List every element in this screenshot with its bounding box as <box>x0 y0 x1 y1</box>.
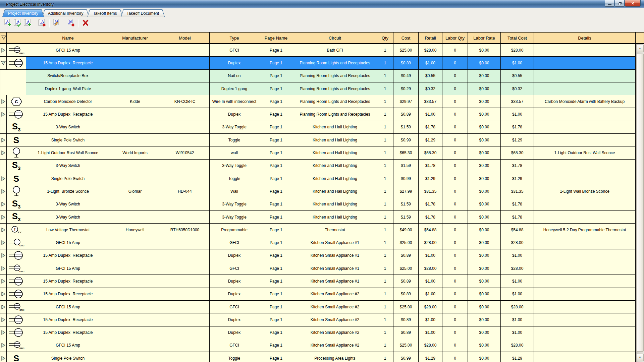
cell-circuit[interactable]: Thermostat <box>293 224 377 236</box>
cell-circuit[interactable]: Kitchen Small Appliance #2 <box>293 288 377 301</box>
cell-model[interactable] <box>160 82 210 95</box>
cell-page_name[interactable]: Page 1 <box>259 262 293 275</box>
cell-labor_qty[interactable]: 0 <box>442 313 468 326</box>
cell-labor_rate[interactable]: $0.00 <box>468 146 501 159</box>
cell-total_cost[interactable]: $1.78 <box>501 198 534 211</box>
cell-labor_qty[interactable]: 0 <box>442 95 468 108</box>
cell-model[interactable] <box>160 108 210 121</box>
add-items-button[interactable]: A <box>23 19 33 28</box>
close-button[interactable]: ✕ <box>625 0 641 7</box>
cell-details[interactable] <box>534 326 636 339</box>
cell-name[interactable]: Single Pole Switch <box>26 352 110 362</box>
cell-manufacturer[interactable] <box>110 211 160 224</box>
cell-type[interactable]: 3-Way Toggle <box>210 121 259 134</box>
cell-labor_rate[interactable]: $0.00 <box>468 121 501 134</box>
cell-cost[interactable]: $0.99 <box>393 134 419 146</box>
cell-cost[interactable]: $0.89 <box>393 326 419 339</box>
cell-circuit[interactable]: Planning Room Lights and Receptacles <box>293 82 377 95</box>
cell-circuit[interactable]: Kitchen Small Appliance #2 <box>293 326 377 339</box>
cell-circuit[interactable]: Kitchen and Hall Lighting <box>293 185 377 198</box>
table-row[interactable]: CCarbon Monoxide DetectorKiddeKN-COB-ICW… <box>0 95 636 108</box>
cell-manufacturer[interactable] <box>110 70 160 82</box>
cell-retail[interactable]: $1.29 <box>419 134 442 146</box>
cell-circuit[interactable]: Planning Room Lights and Receptacles <box>293 108 377 121</box>
cell-retail[interactable]: $1.29 <box>419 172 442 185</box>
cell-name[interactable]: GFCI 15 Amp <box>26 44 110 57</box>
lv-thermostat-icon[interactable]: T LV <box>7 224 26 236</box>
cell-labor_rate[interactable]: $0.00 <box>468 70 501 82</box>
cell-page_name[interactable]: Page 1 <box>259 249 293 262</box>
cell-page_name[interactable]: Page 1 <box>259 301 293 313</box>
cell-type[interactable]: 3-Way Toggle <box>210 198 259 211</box>
cell-retail[interactable]: $33.57 <box>419 95 442 108</box>
expand-row-arrow[interactable] <box>0 236 7 249</box>
cell-name[interactable]: Single Pole Switch <box>26 134 110 146</box>
cell-details[interactable] <box>534 134 636 146</box>
cell-total_cost[interactable]: $1.00 <box>501 57 534 69</box>
three-way-switch-icon[interactable]: S3 <box>7 121 26 134</box>
cell-details[interactable] <box>534 198 636 211</box>
cell-total_cost[interactable]: $28.00 <box>501 301 534 313</box>
co-detector-hex-icon[interactable]: C <box>7 95 26 108</box>
cell-labor_qty[interactable]: 0 <box>442 172 468 185</box>
cell-manufacturer[interactable] <box>110 236 160 249</box>
cell-total_cost[interactable]: $28.00 <box>501 262 534 275</box>
cell-cost[interactable]: $1.59 <box>393 211 419 224</box>
cell-page_name[interactable]: Page 1 <box>259 121 293 134</box>
cell-circuit[interactable]: Kitchen and Hall Lighting <box>293 211 377 224</box>
cell-qty[interactable]: 1 <box>377 236 393 249</box>
cell-cost[interactable]: $1.59 <box>393 160 419 172</box>
minimize-button[interactable] <box>605 0 614 7</box>
cell-manufacturer[interactable] <box>110 134 160 146</box>
three-way-switch-icon[interactable]: S3 <box>7 198 26 211</box>
cell-name[interactable]: 3-Way Switch <box>26 121 110 134</box>
cell-labor_rate[interactable]: $0.00 <box>468 160 501 172</box>
tab-takeoff-items[interactable]: Takeoff Items <box>87 9 122 17</box>
cell-type[interactable]: Nail-on <box>210 70 259 82</box>
tab-takeoff-document[interactable]: Takeoff Document <box>121 9 165 17</box>
cell-circuit[interactable]: Planning Room Lights and Receptacles <box>293 70 377 82</box>
cell-type[interactable]: wall <box>210 146 259 159</box>
cell-cost[interactable]: $0.89 <box>393 57 419 69</box>
cell-circuit[interactable]: Kitchen and Hall Lighting <box>293 172 377 185</box>
cell-model[interactable] <box>160 198 210 211</box>
cell-type[interactable]: Programmable <box>210 224 259 236</box>
cell-manufacturer[interactable] <box>110 57 160 69</box>
cell-type[interactable]: 3-Way Toggle <box>210 160 259 172</box>
cell-labor_rate[interactable]: $0.00 <box>468 134 501 146</box>
cell-cost[interactable]: $0.99 <box>393 172 419 185</box>
cell-name[interactable]: 3-Way Switch <box>26 160 110 172</box>
cell-total_cost[interactable]: $1.00 <box>501 275 534 288</box>
cell-retail[interactable]: $1.78 <box>419 198 442 211</box>
cell-details[interactable] <box>534 301 636 313</box>
cell-labor_rate[interactable]: $0.00 <box>468 275 501 288</box>
cell-circuit[interactable]: Bath GFI <box>293 44 377 57</box>
column-header-qty[interactable]: Qty <box>377 32 393 44</box>
cell-model[interactable] <box>160 211 210 224</box>
cell-cost[interactable]: $0.89 <box>393 275 419 288</box>
wall-sconce-icon[interactable] <box>7 146 26 159</box>
expand-row-arrow[interactable] <box>0 352 7 362</box>
cell-model[interactable] <box>160 236 210 249</box>
cell-name[interactable]: Low Voltage Thermostat <box>26 224 110 236</box>
cell-labor_rate[interactable]: $0.00 <box>468 44 501 57</box>
table-row[interactable]: GFCIGFCI 15 AmpGFCIPage 1Kitchen Small A… <box>0 339 636 352</box>
cell-labor_rate[interactable]: $0.00 <box>468 352 501 362</box>
column-header-circuit[interactable]: Circuit <box>293 32 377 44</box>
cell-manufacturer[interactable] <box>110 198 160 211</box>
cell-details[interactable] <box>534 121 636 134</box>
cell-name[interactable]: 3-Way Switch <box>26 211 110 224</box>
expand-row-arrow[interactable] <box>0 326 7 339</box>
cell-labor_qty[interactable]: 0 <box>442 224 468 236</box>
cell-qty[interactable]: 1 <box>377 44 393 57</box>
expand-row-arrow[interactable] <box>0 95 7 108</box>
cell-labor_rate[interactable]: $0.00 <box>468 172 501 185</box>
cell-manufacturer[interactable] <box>110 275 160 288</box>
expand-row-arrow[interactable] <box>0 146 7 159</box>
cell-qty[interactable]: 1 <box>377 262 393 275</box>
cell-total_cost[interactable]: $0.55 <box>501 70 534 82</box>
cell-type[interactable]: GFCI <box>210 301 259 313</box>
cell-retail[interactable]: $0.55 <box>419 70 442 82</box>
cell-labor_qty[interactable]: 0 <box>442 70 468 82</box>
cell-retail[interactable]: $1.29 <box>419 352 442 362</box>
